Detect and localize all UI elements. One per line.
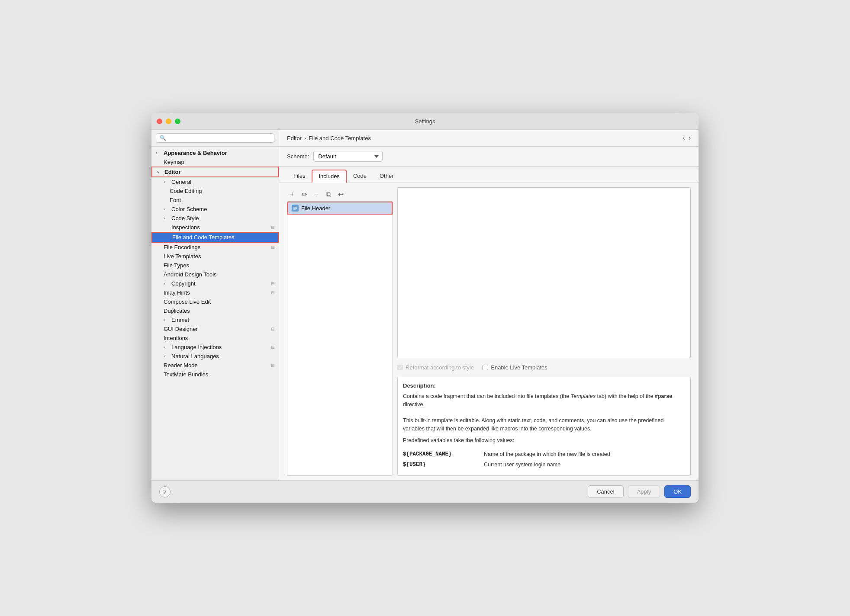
predefined-title: Predefined variables take the following …: [403, 436, 685, 445]
sidebar-tree: › Appearance & Behavior Keymap ∨ Editor …: [151, 147, 279, 480]
remove-template-button[interactable]: −: [311, 189, 322, 199]
table-row: ${PACKAGE_NAME} Name of the package in w…: [403, 449, 685, 460]
sidebar-item-reader-mode[interactable]: Reader Mode ⊟: [151, 361, 279, 370]
variable-table: ${PACKAGE_NAME} Name of the package in w…: [403, 449, 685, 471]
close-button[interactable]: [157, 119, 162, 124]
sidebar-item-code-editing[interactable]: Code Editing: [151, 186, 279, 196]
duplicate-template-button[interactable]: ⧉: [323, 189, 334, 199]
sidebar-item-android-design-tools[interactable]: Android Design Tools: [151, 270, 279, 279]
undo-template-button[interactable]: ↩: [335, 189, 346, 199]
sidebar-item-language-injections[interactable]: › Language Injections ⊟: [151, 343, 279, 352]
sidebar-item-copyright[interactable]: › Copyright ⊟: [151, 279, 279, 288]
badge-icon: ⊟: [271, 345, 274, 350]
options-row: Reformat according to style Enable Live …: [397, 362, 691, 373]
live-templates-checkbox[interactable]: [483, 365, 488, 370]
tab-code[interactable]: Code: [347, 170, 373, 183]
editor-pane: Editor › File and Code Templates ‹ › Sch…: [279, 130, 699, 480]
edit-template-button[interactable]: ✏: [299, 189, 309, 199]
description-section: Description: Contains a code fragment th…: [397, 377, 691, 476]
template-item-label: File Header: [301, 205, 330, 212]
sidebar-item-file-and-code-templates[interactable]: File and Code Templates: [151, 232, 279, 243]
sidebar-item-label: Copyright: [171, 280, 196, 287]
description-para-2: This built-in template is editable. Alon…: [403, 417, 685, 433]
tabs-row: Files Includes Code Other: [279, 167, 699, 183]
apply-button[interactable]: Apply: [628, 485, 660, 498]
forward-button[interactable]: ›: [689, 134, 691, 142]
var-description: Current user system login name: [484, 459, 685, 470]
sidebar-item-label: Code Editing: [170, 188, 202, 194]
sidebar-item-emmet[interactable]: › Emmet: [151, 315, 279, 324]
sidebar-item-gui-designer[interactable]: GUI Designer ⊟: [151, 324, 279, 334]
sidebar-item-label: Inspections: [171, 224, 200, 231]
sidebar-item-appearance[interactable]: › Appearance & Behavior: [151, 148, 279, 157]
editor-header: Editor › File and Code Templates ‹ ›: [279, 130, 699, 147]
scheme-select[interactable]: Default Project: [313, 151, 383, 162]
search-icon: 🔍: [160, 135, 166, 141]
breadcrumb-parent: Editor: [287, 135, 302, 141]
description-body: Contains a code fragment that can be inc…: [403, 392, 685, 470]
description-para-1: Contains a code fragment that can be inc…: [403, 392, 685, 409]
tab-includes[interactable]: Includes: [312, 170, 346, 183]
arrow-icon: ›: [164, 354, 170, 359]
search-input[interactable]: [168, 135, 270, 141]
template-list: File Header: [287, 201, 393, 476]
sidebar-item-keymap[interactable]: Keymap: [151, 157, 279, 167]
minimize-button[interactable]: [166, 119, 171, 124]
sidebar-item-label: Reader Mode: [164, 362, 198, 369]
sidebar-item-label: Natural Languages: [171, 353, 219, 359]
sidebar-item-natural-languages[interactable]: › Natural Languages: [151, 352, 279, 361]
code-area[interactable]: [397, 187, 691, 358]
sidebar-item-inlay-hints[interactable]: Inlay Hints ⊟: [151, 288, 279, 297]
sidebar-item-label: Live Templates: [164, 253, 201, 260]
breadcrumb-separator: ›: [304, 135, 306, 141]
tab-other[interactable]: Other: [373, 170, 400, 183]
sidebar-item-code-style[interactable]: › Code Style: [151, 214, 279, 223]
sidebar-item-color-scheme[interactable]: › Color Scheme: [151, 205, 279, 214]
sidebar-item-label: Keymap: [164, 159, 184, 165]
sidebar-item-font[interactable]: Font: [151, 196, 279, 205]
footer: ? Cancel Apply OK: [151, 480, 699, 503]
cancel-button[interactable]: Cancel: [588, 485, 623, 498]
badge-icon: ⊟: [271, 363, 274, 368]
sidebar-item-label: Android Design Tools: [164, 271, 217, 278]
sidebar-item-live-templates[interactable]: Live Templates: [151, 252, 279, 261]
sidebar-item-label: Code Style: [171, 215, 199, 221]
sidebar-item-intentions[interactable]: Intentions: [151, 334, 279, 343]
file-icon: [292, 205, 299, 212]
sidebar-item-compose-live-edit[interactable]: Compose Live Edit: [151, 297, 279, 306]
sidebar-item-editor[interactable]: ∨ Editor: [151, 167, 279, 177]
template-list-panel: + ✏ − ⧉ ↩: [287, 187, 393, 476]
reformat-checkbox[interactable]: [397, 365, 403, 370]
sidebar-item-label: File Types: [164, 262, 189, 269]
sidebar-item-label: Duplicates: [164, 308, 190, 314]
code-editor-panel: Reformat according to style Enable Live …: [397, 187, 691, 476]
sidebar-item-file-types[interactable]: File Types: [151, 261, 279, 270]
sidebar-item-label: Inlay Hints: [164, 289, 190, 296]
arrow-icon: ›: [164, 345, 170, 350]
list-toolbar: + ✏ − ⧉ ↩: [287, 187, 393, 201]
help-button[interactable]: ?: [159, 486, 171, 497]
breadcrumb-current: File and Code Templates: [309, 135, 371, 141]
sidebar-item-textmate-bundles[interactable]: TextMate Bundles: [151, 370, 279, 379]
live-templates-label: Enable Live Templates: [491, 364, 547, 371]
maximize-button[interactable]: [175, 119, 180, 124]
sidebar-item-general[interactable]: › General: [151, 177, 279, 186]
sidebar-item-label: File and Code Templates: [172, 234, 235, 241]
sidebar-item-inspections[interactable]: Inspections ⊟: [151, 223, 279, 232]
tab-files[interactable]: Files: [287, 170, 312, 183]
sidebar-item-label: Editor: [164, 169, 181, 175]
sidebar-item-duplicates[interactable]: Duplicates: [151, 306, 279, 315]
back-button[interactable]: ‹: [683, 134, 685, 142]
add-template-button[interactable]: +: [287, 189, 297, 199]
ok-button[interactable]: OK: [664, 485, 691, 498]
search-wrapper[interactable]: 🔍: [156, 133, 274, 143]
sidebar-item-label: TextMate Bundles: [164, 371, 208, 378]
template-list-item-file-header[interactable]: File Header: [287, 202, 393, 215]
reformat-label: Reformat according to style: [406, 364, 474, 371]
arrow-icon: ›: [164, 281, 170, 286]
sidebar-item-file-encodings[interactable]: File Encodings ⊟: [151, 243, 279, 252]
arrow-icon: ›: [164, 216, 170, 221]
sidebar-item-label: Language Injections: [171, 344, 222, 350]
sidebar-item-label: GUI Designer: [164, 326, 198, 332]
table-row: ${USER} Current user system login name: [403, 459, 685, 470]
